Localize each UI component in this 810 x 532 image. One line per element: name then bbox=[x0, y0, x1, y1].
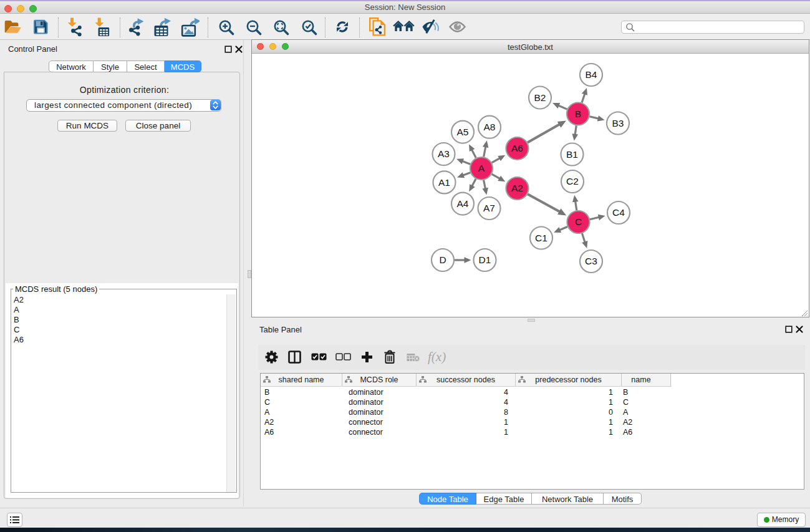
svg-text:A8: A8 bbox=[484, 122, 496, 132]
svg-text:C: C bbox=[575, 216, 582, 227]
svg-text:A4: A4 bbox=[457, 198, 469, 209]
svg-text:B: B bbox=[575, 109, 581, 119]
svg-text:C3: C3 bbox=[585, 256, 597, 266]
svg-text:B1: B1 bbox=[566, 149, 578, 160]
svg-text:B3: B3 bbox=[612, 118, 624, 128]
svg-text:D: D bbox=[439, 254, 446, 265]
svg-text:A3: A3 bbox=[438, 148, 450, 159]
svg-text:A5: A5 bbox=[457, 127, 469, 137]
svg-text:A: A bbox=[478, 163, 485, 173]
svg-text:A2: A2 bbox=[511, 183, 523, 193]
svg-text:A7: A7 bbox=[483, 203, 495, 213]
svg-text:B2: B2 bbox=[534, 92, 546, 103]
svg-text:D1: D1 bbox=[479, 254, 491, 265]
svg-text:C2: C2 bbox=[566, 176, 579, 186]
svg-text:A1: A1 bbox=[438, 177, 450, 188]
svg-text:B4: B4 bbox=[586, 69, 597, 80]
svg-text:A6: A6 bbox=[511, 143, 523, 153]
svg-text:C1: C1 bbox=[535, 233, 547, 243]
svg-text:C4: C4 bbox=[612, 207, 625, 218]
